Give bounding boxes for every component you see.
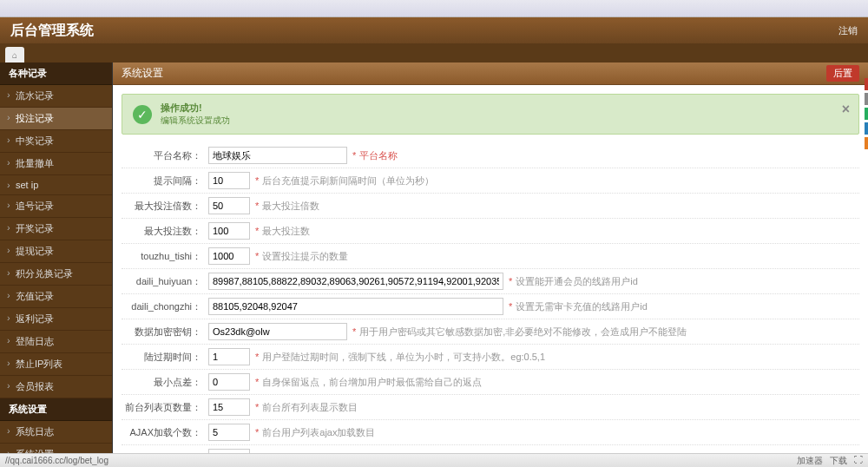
sidebar-item[interactable]: 流水记录 (0, 85, 112, 108)
main-container: 各种记录流水记录投注记录中奖记录批量撤单set ip追号记录开奖记录提现记录积分… (0, 62, 868, 457)
strip-item[interactable] (865, 78, 868, 90)
form-label: 最小点差： (122, 376, 208, 389)
form-help: *平台名称 (352, 149, 398, 162)
strip-item[interactable] (865, 122, 868, 135)
config-button[interactable]: 后置 (826, 65, 859, 82)
form-label: 最大投注数： (122, 225, 208, 238)
app-header: 后台管理系统 注销 (0, 17, 868, 43)
status-accel[interactable]: 加速器 (797, 455, 823, 467)
form-help: *前台用户列表ajax加载数目 (255, 426, 375, 439)
sidebar-item[interactable]: 追号记录 (0, 195, 112, 218)
sidebar-item[interactable]: 投注记录 (0, 108, 112, 130)
status-bar: //qq.cai1666.cc/log/bet_log 加速器 下载 ⛶ (0, 453, 868, 467)
form-input[interactable] (208, 298, 503, 315)
strip-item[interactable] (865, 137, 868, 149)
form-row: 数据加密密钥：*用于用户密码或其它敏感数据加密,非必要绝对不能修改，会造成用户不… (122, 319, 859, 345)
form-label: daili_huiyuan： (122, 275, 208, 288)
form-label: 数据加密密钥： (122, 326, 208, 339)
form-help: *最大投注倍数 (255, 200, 319, 213)
strip-item[interactable] (865, 93, 868, 105)
sidebar-item[interactable]: 中奖记录 (0, 130, 112, 153)
sidebar-item[interactable]: set ip (0, 175, 112, 195)
home-icon: ⌂ (12, 50, 17, 60)
form-label: 提示间隔： (122, 174, 208, 187)
form-input[interactable] (208, 147, 347, 164)
alert-text: 操作成功! 编辑系统设置成功 (161, 102, 230, 127)
form-help: *自身保留返点，前台增加用户时最低需给自己的返点 (255, 376, 482, 389)
form-help: *用户登陆过期时间，强制下线，单位为小时，可支持小数。eg:0.5,1 (255, 351, 545, 364)
tabs-bar: ⌂ (0, 43, 868, 62)
form-input[interactable] (208, 172, 250, 189)
form-label: 最大投注倍数： (122, 200, 208, 213)
logout-link[interactable]: 注销 (838, 24, 858, 37)
form-row: 前台列表页数量：*前台所有列表显示数目 (122, 395, 859, 420)
form-row: 最大投注倍数：*最大投注倍数 (122, 194, 859, 219)
form-help: *设置能开通会员的线路用户id (509, 275, 638, 288)
form-input[interactable] (208, 348, 250, 365)
form-input[interactable] (208, 222, 250, 240)
form-row: 提示间隔：*后台充值提示刷新间隔时间（单位为秒） (122, 168, 859, 194)
form-input[interactable] (208, 424, 250, 441)
form-row: touzhu_tishi：*设置投注提示的数量 (122, 244, 859, 269)
form-label: 平台名称： (122, 149, 208, 162)
form-help: *设置投注提示的数量 (255, 250, 348, 263)
success-alert: ✓ 操作成功! 编辑系统设置成功 × (122, 94, 859, 135)
browser-chrome (0, 0, 868, 17)
form-input[interactable] (208, 197, 250, 214)
status-url: //qq.cai1666.cc/log/bet_log (5, 456, 108, 465)
form-label: 前台列表页数量： (122, 401, 208, 414)
panel-body: ✓ 操作成功! 编辑系统设置成功 × 平台名称：*平台名称提示间隔：*后台充值提… (113, 85, 868, 457)
status-right: 加速器 下载 ⛶ (797, 455, 863, 467)
color-strip (865, 78, 868, 149)
form-row: daili_huiyuan：*设置能开通会员的线路用户id (122, 269, 859, 294)
app-title: 后台管理系统 (10, 22, 94, 40)
form-help: *后台充值提示刷新间隔时间（单位为秒） (255, 174, 434, 187)
alert-message: 编辑系统设置成功 (161, 115, 230, 127)
form-help: *用于用户密码或其它敏感数据加密,非必要绝对不能修改，会造成用户不能登陆 (352, 326, 687, 339)
form-input[interactable] (208, 323, 347, 340)
form-help: *前台所有列表显示数目 (255, 401, 358, 414)
form-help: *设置无需审卡充值的线路用户id (509, 300, 648, 313)
panel-title: 系统设置 (122, 66, 163, 81)
expand-icon[interactable]: ⛶ (854, 455, 863, 467)
check-icon: ✓ (133, 105, 152, 124)
sidebar-item[interactable]: 批量撤单 (0, 153, 112, 175)
status-download[interactable]: 下载 (830, 455, 847, 467)
form-label: daili_chongzhi： (122, 300, 208, 313)
form-row: AJAX加载个数：*前台用户列表ajax加载数目 (122, 420, 859, 445)
form-row: 平台名称：*平台名称 (122, 143, 859, 168)
sidebar-item[interactable]: 充值记录 (0, 286, 112, 308)
form-help: *最大投注数 (255, 225, 310, 238)
content-panel: 系统设置 后置 ✓ 操作成功! 编辑系统设置成功 × 平台名称：*平台名称提示间… (113, 62, 868, 457)
settings-form: 平台名称：*平台名称提示间隔：*后台充值提示刷新间隔时间（单位为秒）最大投注倍数… (122, 143, 859, 457)
form-row: 最大投注数：*最大投注数 (122, 219, 859, 244)
close-icon[interactable]: × (842, 102, 850, 117)
form-label: 陆过期时间： (122, 351, 208, 364)
home-tab[interactable]: ⌂ (5, 47, 24, 62)
sidebar-item[interactable]: 返利记录 (0, 308, 112, 331)
form-input[interactable] (208, 398, 250, 416)
sidebar-item[interactable]: 系统日志 (0, 421, 112, 444)
form-label: AJAX加载个数： (122, 426, 208, 439)
form-label: touzhu_tishi： (122, 250, 208, 263)
sidebar-group: 各种记录 (0, 62, 112, 85)
alert-title: 操作成功! (161, 102, 230, 115)
form-input[interactable] (208, 373, 250, 391)
form-row: 陆过期时间：*用户登陆过期时间，强制下线，单位为小时，可支持小数。eg:0.5,… (122, 345, 859, 370)
strip-item[interactable] (865, 108, 868, 120)
sidebar-item[interactable]: 开奖记录 (0, 218, 112, 240)
sidebar-group: 系统设置 (0, 398, 112, 421)
sidebar-item[interactable]: 禁止IP列表 (0, 353, 112, 376)
sidebar: 各种记录流水记录投注记录中奖记录批量撤单set ip追号记录开奖记录提现记录积分… (0, 62, 113, 457)
sidebar-item[interactable]: 积分兑换记录 (0, 263, 112, 286)
form-row: daili_chongzhi：*设置无需审卡充值的线路用户id (122, 294, 859, 319)
form-input[interactable] (208, 273, 503, 290)
form-input[interactable] (208, 247, 250, 265)
sidebar-item[interactable]: 会员报表 (0, 376, 112, 398)
panel-header: 系统设置 后置 (113, 62, 868, 85)
form-row: 最小点差：*自身保留返点，前台增加用户时最低需给自己的返点 (122, 370, 859, 395)
sidebar-item[interactable]: 提现记录 (0, 240, 112, 263)
sidebar-item[interactable]: 登陆日志 (0, 331, 112, 353)
